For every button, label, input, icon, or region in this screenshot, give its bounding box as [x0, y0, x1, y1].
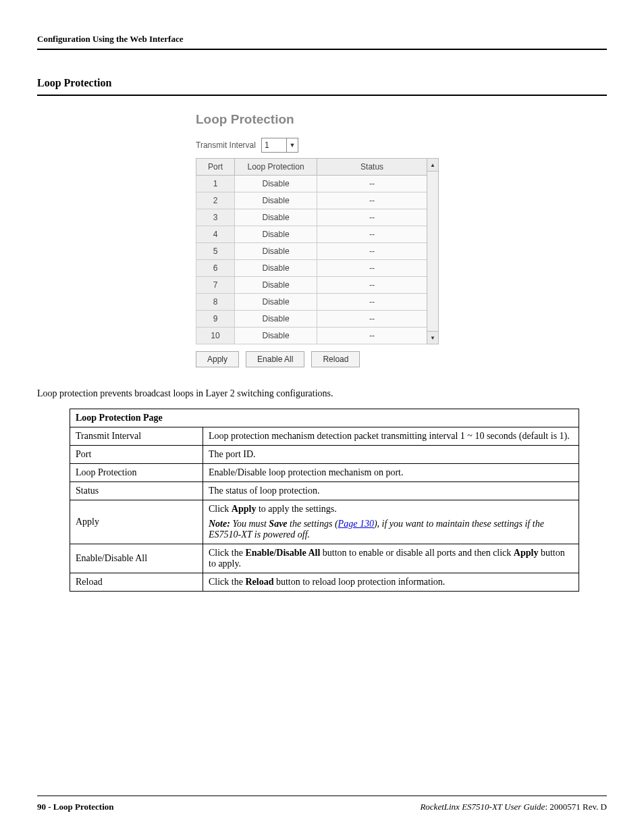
col-port[interactable]: Port: [196, 159, 235, 176]
table-row[interactable]: 3Disable--: [196, 209, 427, 226]
table-row[interactable]: 1Disable--: [196, 176, 427, 192]
section-title: Loop Protection: [37, 77, 607, 96]
cell-status: --: [317, 243, 427, 260]
reload-button[interactable]: Reload: [311, 351, 360, 367]
vertical-scrollbar[interactable]: ▲ ▼: [427, 158, 439, 344]
chevron-down-icon: ▼: [286, 138, 298, 152]
ui-screenshot-panel: Loop Protection Transmit Interval 1 ▼ Po…: [196, 112, 607, 367]
page-footer: 90 - Loop Protection RocketLinx ES7510-X…: [37, 796, 607, 812]
transmit-interval-value: 1: [262, 140, 286, 150]
text: button to enable or disable all ports an…: [320, 548, 514, 558]
text-italic: the settings (: [288, 519, 338, 529]
cell-status: --: [317, 328, 427, 344]
footer-rev: : 2000571 Rev. D: [545, 802, 607, 812]
doc-row-desc: Click the Enable/Disable All button to e…: [203, 544, 579, 573]
doc-row-desc: Loop protection mechanism detection pack…: [203, 427, 579, 445]
cell-loop: Disable: [235, 277, 317, 294]
cell-port: 10: [196, 328, 235, 344]
text-bold: Apply: [514, 548, 539, 558]
doc-row-desc: The status of loop protection.: [203, 481, 579, 500]
cell-port: 4: [196, 226, 235, 243]
cell-port: 5: [196, 243, 235, 260]
intro-text: Loop protection prevents broadcast loops…: [37, 388, 607, 400]
footer-left: 90 - Loop Protection: [37, 802, 114, 812]
scroll-down-icon[interactable]: ▼: [427, 331, 438, 344]
text: Click: [209, 504, 232, 514]
text-bold: Enable/Disable All: [245, 548, 320, 558]
table-row[interactable]: 10Disable--: [196, 328, 427, 344]
cell-port: 3: [196, 209, 235, 226]
text-italic: You must: [230, 519, 269, 529]
doc-row-label: Enable/Disable All: [70, 544, 203, 573]
doc-row-label: Loop Protection: [70, 463, 203, 481]
doc-row-desc: Click Apply to apply the settings. Note:…: [203, 500, 579, 544]
doc-row-label: Reload: [70, 573, 203, 591]
scroll-up-icon[interactable]: ▲: [427, 159, 438, 172]
text: button to reload loop protection informa…: [273, 577, 445, 587]
text: Click the: [209, 577, 245, 587]
text: to apply the settings.: [256, 504, 336, 514]
doc-row-desc: The port ID.: [203, 445, 579, 463]
cell-status: --: [317, 311, 427, 328]
cell-port: 6: [196, 260, 235, 277]
cell-status: --: [317, 192, 427, 209]
doc-row-label: Apply: [70, 500, 203, 544]
cell-status: --: [317, 209, 427, 226]
apply-button[interactable]: Apply: [196, 351, 239, 367]
text: Click the: [209, 548, 245, 558]
doc-row-desc: Click the Reload button to reload loop p…: [203, 573, 579, 591]
table-row[interactable]: 8Disable--: [196, 294, 427, 311]
doc-row-desc: Enable/Disable loop protection mechanism…: [203, 463, 579, 481]
cell-status: --: [317, 277, 427, 294]
table-row[interactable]: 5Disable--: [196, 243, 427, 260]
page-link[interactable]: Page 130: [338, 519, 374, 529]
cell-port: 7: [196, 277, 235, 294]
col-status[interactable]: Status: [317, 159, 427, 176]
cell-loop: Disable: [235, 294, 317, 311]
ui-panel-title: Loop Protection: [196, 112, 607, 127]
doc-row-label: Transmit Interval: [70, 427, 203, 445]
cell-status: --: [317, 294, 427, 311]
table-row[interactable]: 6Disable--: [196, 260, 427, 277]
breadcrumb: Configuration Using the Web Interface: [37, 34, 607, 50]
footer-guide-name: RocketLinx ES7510-XT User Guide: [420, 802, 545, 812]
documentation-table: Loop Protection Page Transmit Interval L…: [70, 409, 579, 592]
enable-all-button[interactable]: Enable All: [246, 351, 304, 367]
cell-status: --: [317, 176, 427, 192]
table-row[interactable]: 7Disable--: [196, 277, 427, 294]
text-bold: Reload: [245, 577, 273, 587]
text-bold: Apply: [232, 504, 257, 514]
cell-loop: Disable: [235, 176, 317, 192]
note-label: Note:: [209, 519, 230, 529]
cell-loop: Disable: [235, 243, 317, 260]
doc-table-head: Loop Protection Page: [70, 409, 579, 427]
cell-port: 1: [196, 176, 235, 192]
scroll-track[interactable]: [427, 172, 438, 331]
cell-port: 9: [196, 311, 235, 328]
cell-loop: Disable: [235, 226, 317, 243]
cell-loop: Disable: [235, 209, 317, 226]
doc-row-label: Status: [70, 481, 203, 500]
cell-loop: Disable: [235, 311, 317, 328]
table-row[interactable]: 9Disable--: [196, 311, 427, 328]
cell-loop: Disable: [235, 192, 317, 209]
transmit-interval-dropdown[interactable]: 1 ▼: [261, 138, 298, 153]
cell-status: --: [317, 226, 427, 243]
col-loop-protection[interactable]: Loop Protection: [235, 159, 317, 176]
text-bold-italic: Save: [269, 519, 287, 529]
cell-port: 8: [196, 294, 235, 311]
table-row[interactable]: 4Disable--: [196, 226, 427, 243]
doc-row-label: Port: [70, 445, 203, 463]
transmit-interval-label: Transmit Interval: [196, 140, 256, 150]
table-row[interactable]: 2Disable--: [196, 192, 427, 209]
cell-loop: Disable: [235, 328, 317, 344]
footer-right: RocketLinx ES7510-XT User Guide: 2000571…: [420, 802, 607, 812]
cell-loop: Disable: [235, 260, 317, 277]
loop-protection-table: Port Loop Protection Status 1Disable-- 2…: [196, 158, 427, 344]
cell-status: --: [317, 260, 427, 277]
cell-port: 2: [196, 192, 235, 209]
